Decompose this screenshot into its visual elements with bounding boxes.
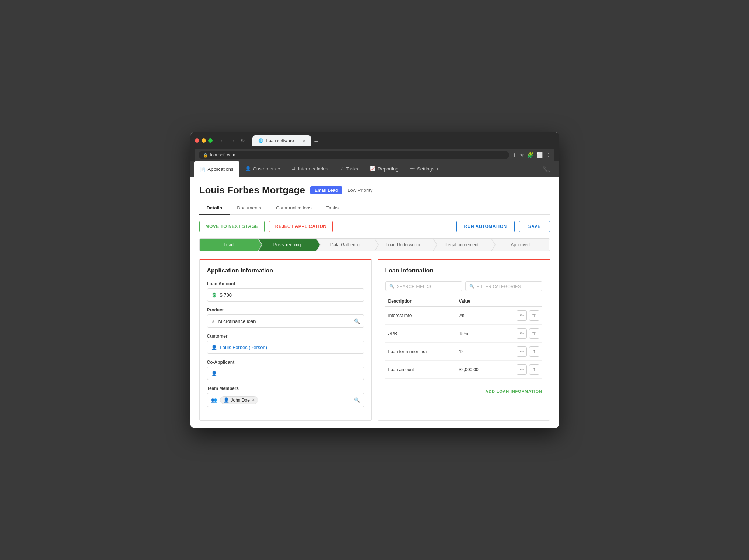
star-icon: ★: [211, 318, 216, 324]
email-lead-badge[interactable]: Email Lead: [310, 186, 342, 194]
remove-member-button[interactable]: ✕: [252, 398, 255, 402]
filter-categories-input[interactable]: 🔍 FILTER CATEGORIES: [465, 281, 542, 291]
stage-approved-label: Approved: [511, 242, 530, 247]
sidebar-item-settings[interactable]: ••• Settings ▾: [404, 161, 444, 177]
loan-amount-input[interactable]: 💲 $ 700: [207, 288, 364, 302]
nav-settings-label: Settings: [417, 166, 434, 172]
team-member-chip: 👤 John Doe ✕: [220, 396, 258, 404]
delete-loan-row-button[interactable]: 🗑: [529, 346, 539, 357]
delete-loan-row-button[interactable]: 🗑: [529, 310, 539, 321]
fullscreen-icon[interactable]: ⬜: [536, 152, 543, 158]
loan-row-description: Loan term (months): [385, 343, 456, 361]
tab-favicon: 🌐: [258, 138, 263, 143]
browser-tab[interactable]: 🌐 Loan software ✕: [252, 135, 311, 146]
bookmark-icon[interactable]: ★: [519, 152, 524, 158]
search-fields-placeholder: SEARCH FIELDS: [397, 284, 431, 289]
sidebar-item-reporting[interactable]: 📈 Reporting: [364, 161, 404, 177]
pipeline: Lead Pre-screening Data Gathering Loan U…: [199, 238, 550, 251]
loan-amount-value: $ 700: [220, 292, 232, 298]
run-automation-button[interactable]: RUN AUTOMATION: [456, 221, 515, 232]
tab-tasks[interactable]: Tasks: [319, 202, 346, 215]
loan-info-panel: Loan Information 🔍 SEARCH FIELDS 🔍 FILTE…: [378, 259, 550, 421]
delete-loan-row-button[interactable]: 🗑: [529, 364, 539, 375]
address-bar[interactable]: 🔒 loansoft.com: [199, 151, 509, 159]
save-button[interactable]: SAVE: [519, 221, 550, 232]
nav-applications-label: Applications: [208, 166, 234, 172]
browser-chrome: ← → ↻ 🌐 Loan software ✕ + 🔒 loansoft.com…: [190, 132, 559, 161]
app-nav: 📄 Applications 👤 Customers ▾ ⇄ Intermedi…: [190, 161, 559, 177]
edit-loan-row-button[interactable]: ✏: [517, 346, 527, 357]
back-button[interactable]: ←: [218, 137, 227, 144]
application-info-title: Application Information: [207, 267, 364, 274]
co-applicant-label: Co-Applicant: [207, 360, 364, 365]
loan-table-row: Loan term (months) 12 ✏ 🗑: [385, 343, 542, 361]
lock-icon: 🔒: [203, 153, 208, 158]
tab-documents[interactable]: Documents: [230, 202, 269, 215]
edit-loan-row-button[interactable]: ✏: [517, 364, 527, 375]
close-button[interactable]: [195, 138, 199, 143]
customers-icon: 👤: [245, 166, 251, 171]
browser-toolbar-icons: ⬆ ★ 🧩 ⬜ ⋮: [512, 152, 551, 158]
person-icon: 👤: [211, 345, 217, 350]
team-icon: 👥: [211, 397, 217, 403]
product-value: Microfinance loan: [218, 318, 256, 324]
stage-lead[interactable]: Lead: [200, 239, 258, 251]
product-input[interactable]: ★ Microfinance loan 🔍: [207, 314, 364, 328]
sidebar-item-customers[interactable]: 👤 Customers ▾: [239, 161, 286, 177]
team-members-label: Team Members: [207, 386, 364, 391]
search-fields-input[interactable]: 🔍 SEARCH FIELDS: [385, 281, 462, 291]
stage-data-gathering[interactable]: Data Gathering: [316, 239, 374, 251]
team-member-name: John Doe: [231, 398, 250, 403]
stage-lead-label: Lead: [224, 242, 234, 247]
sidebar-item-applications[interactable]: 📄 Applications: [194, 161, 239, 177]
extension-icon[interactable]: 🧩: [527, 152, 533, 158]
page-title: Louis Forbes Mortgage: [199, 184, 305, 196]
settings-arrow-icon: ▾: [437, 167, 438, 171]
co-applicant-input[interactable]: 👤: [207, 367, 364, 380]
edit-loan-row-button[interactable]: ✏: [517, 310, 527, 321]
loan-row-description: Loan amount: [385, 361, 456, 379]
member-avatar-icon: 👤: [223, 397, 229, 403]
customer-value[interactable]: Louis Forbes (Person): [220, 345, 267, 350]
loan-amount-label: Loan Amount: [207, 281, 364, 286]
loan-row-description: Interest rate: [385, 306, 456, 325]
phone-icon[interactable]: 📞: [538, 161, 555, 177]
move-to-next-stage-button[interactable]: MOVE TO NEXT STAGE: [199, 221, 265, 232]
customer-input[interactable]: 👤 Louis Forbes (Person): [207, 341, 364, 354]
main-panels: Application Information Loan Amount 💲 $ …: [199, 259, 550, 421]
stage-loan-underwriting[interactable]: Loan Underwriting: [374, 239, 433, 251]
col-header-description: Description: [385, 296, 456, 306]
stage-approved[interactable]: Approved: [491, 239, 549, 251]
sidebar-item-intermediaries[interactable]: ⇄ Intermediaries: [286, 161, 334, 177]
minimize-button[interactable]: [202, 138, 206, 143]
maximize-button[interactable]: [208, 138, 213, 143]
add-loan-information-button[interactable]: ADD LOAN INFORMATION: [486, 389, 542, 394]
action-row: MOVE TO NEXT STAGE REJECT APPLICATION RU…: [199, 221, 550, 232]
tab-close-icon[interactable]: ✕: [302, 139, 305, 143]
tab-communications[interactable]: Communications: [269, 202, 319, 215]
edit-loan-row-button[interactable]: ✏: [517, 328, 527, 339]
loan-info-title: Loan Information: [385, 267, 542, 274]
customer-label: Customer: [207, 334, 364, 339]
menu-icon[interactable]: ⋮: [546, 152, 551, 158]
browser-nav: ← → ↻: [218, 137, 246, 144]
stage-legal-agreement[interactable]: Legal agreement: [433, 239, 491, 251]
tab-details[interactable]: Details: [199, 202, 230, 215]
team-members-input[interactable]: 👥 👤 John Doe ✕ 🔍: [207, 393, 364, 407]
delete-loan-row-button[interactable]: 🗑: [529, 328, 539, 339]
stage-prescreening[interactable]: Pre-screening: [258, 239, 316, 251]
loan-table-row: Loan amount $2,000.00 ✏ 🗑: [385, 361, 542, 379]
traffic-lights: [195, 138, 213, 143]
reporting-icon: 📈: [370, 166, 375, 171]
page-content: Louis Forbes Mortgage Email Lead Low Pri…: [190, 177, 559, 428]
forward-button[interactable]: →: [229, 137, 237, 144]
sidebar-item-tasks[interactable]: ✓ Tasks: [334, 161, 364, 177]
reject-application-button[interactable]: REJECT APPLICATION: [269, 221, 333, 232]
co-applicant-group: Co-Applicant 👤: [207, 360, 364, 380]
new-tab-button[interactable]: +: [311, 138, 321, 146]
stage-legal-agreement-label: Legal agreement: [445, 242, 479, 247]
refresh-button[interactable]: ↻: [239, 137, 246, 144]
share-icon[interactable]: ⬆: [512, 152, 517, 158]
settings-icon: •••: [410, 166, 415, 171]
applications-icon: 📄: [200, 167, 206, 172]
